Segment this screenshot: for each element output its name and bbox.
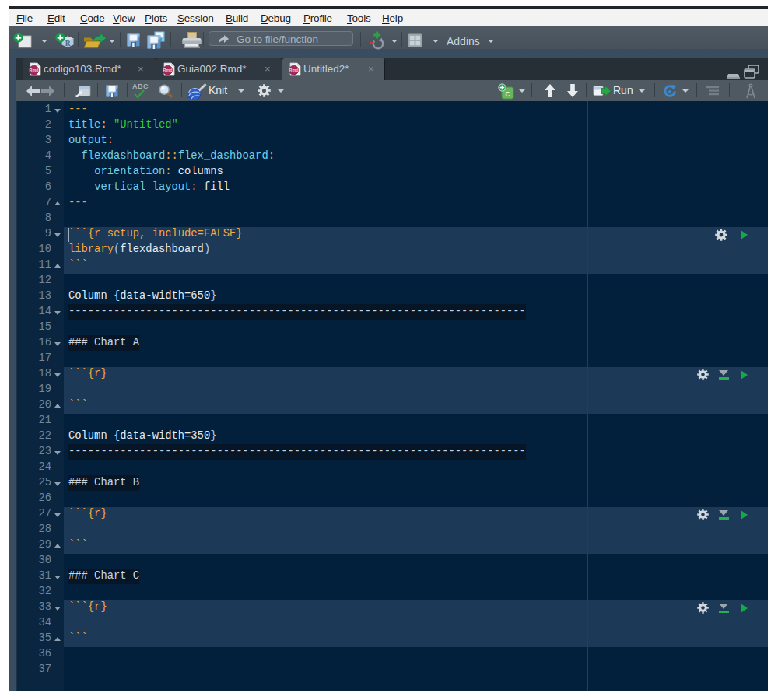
svg-text:c: c: [505, 89, 510, 99]
svg-text:R: R: [65, 40, 71, 47]
svg-text:Rmd: Rmd: [30, 68, 39, 72]
svg-text:Rmd: Rmd: [163, 68, 173, 72]
svg-text:Rmd: Rmd: [289, 68, 299, 72]
